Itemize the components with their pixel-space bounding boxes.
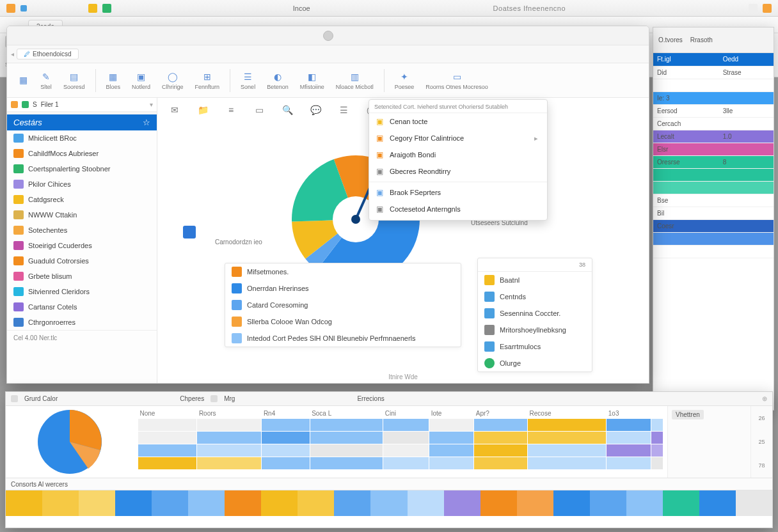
sidebar-item[interactable]: Catdgsreck xyxy=(7,192,157,207)
sheet-right-tab[interactable]: Vhettren xyxy=(672,410,704,419)
legend-item[interactable]: Catard Coresoming xyxy=(225,297,461,313)
sidebar-item[interactable]: Cartansr Cotels xyxy=(7,299,157,315)
cal-icon: ▣ xyxy=(374,133,385,143)
sidebar-item-label: Stoeirigd Ccuderdes xyxy=(28,242,92,249)
os-icon xyxy=(102,4,111,13)
chart-label: Carnodordzn ieo xyxy=(215,239,262,246)
legend-item[interactable]: Baatnl xyxy=(478,272,592,288)
sheet-tab[interactable]: Mrg xyxy=(224,395,235,402)
context-menu: Setencited Cort. Ivieherd stunret Ohorie… xyxy=(369,99,548,221)
menu-item[interactable]: ▣ Cenan tocte xyxy=(369,113,547,130)
folder-icon xyxy=(13,287,24,296)
os-icon xyxy=(6,4,15,13)
folder-icon[interactable]: 📁 xyxy=(194,102,211,118)
pie-chart xyxy=(35,407,105,477)
sidebar-category[interactable]: Cestárs ☆ xyxy=(7,114,157,130)
sheet-section-title: Consorts Al wercers xyxy=(11,481,68,488)
sidebar-item-label: Coertspnalerting Stoobner xyxy=(28,165,110,173)
bloes-button[interactable]: ▦Bloes xyxy=(102,69,125,92)
sidebar-item[interactable]: Guaduld Cotrorsies xyxy=(7,253,157,269)
back-button[interactable]: ▦ xyxy=(13,72,33,89)
sidebar-item[interactable]: Pkilor Cihices xyxy=(7,176,157,192)
menu-item[interactable]: ▣ Cegory Fttor Calintrioce▸ xyxy=(369,130,547,146)
sidebar-item[interactable]: NWWW Cttakin xyxy=(7,207,157,223)
betenon-button[interactable]: ◐Betenon xyxy=(263,69,292,92)
legend-item[interactable]: Olurge xyxy=(478,355,592,372)
legend-item[interactable]: Mifsetmones. xyxy=(225,263,461,280)
search-icon[interactable]: 🔍 xyxy=(279,102,296,118)
sidebar-footer: Cel 4.00 Ner.tlc xyxy=(7,330,157,345)
sidebar-item[interactable]: Stoeirigd Ccuderdes xyxy=(7,238,157,253)
folder-icon xyxy=(13,210,24,219)
menu-item[interactable]: ▣ Araigoth Bondi xyxy=(369,146,547,163)
sltel-button[interactable]: ✎Sltel xyxy=(36,69,56,92)
menu-item[interactable]: ▣ Braok FSeprters xyxy=(369,184,547,201)
swatch-icon xyxy=(232,317,242,327)
os-icon xyxy=(20,5,27,12)
sidebar-item-label: Pkilor Cihices xyxy=(28,180,71,188)
sidebar-item[interactable]: Mhiclicett BRoc xyxy=(7,130,157,146)
sidebar-item[interactable]: Sotechentes xyxy=(7,223,157,238)
folder-icon xyxy=(13,149,24,158)
legend-item[interactable]: Onerrdan Hrerinses xyxy=(225,280,461,297)
notlerd-button[interactable]: ▣Notlerd xyxy=(128,69,154,92)
os-icon xyxy=(749,4,758,13)
envelope-icon[interactable]: ✉ xyxy=(166,102,183,118)
window-title-right: Doatses Ifneenencno xyxy=(315,4,743,12)
swatch-icon xyxy=(232,333,242,343)
sonel-button[interactable]: ☰Sonel xyxy=(237,69,259,92)
menu-icon[interactable]: ☰ xyxy=(335,102,352,118)
clhririge-button[interactable]: ◯Clhririge xyxy=(158,69,187,92)
dialog-toolbar: ▦✎Sltel▤Sooresd▦Bloes▣Notlerd◯Clhririge⊞… xyxy=(7,63,649,98)
folder-icon xyxy=(13,256,24,265)
sidebar-item[interactable]: Coertspnalerting Stoobner xyxy=(7,161,157,176)
doc-icon[interactable]: ▭ xyxy=(251,102,267,118)
side-header-item: S xyxy=(33,101,37,108)
cal-icon xyxy=(484,292,495,302)
legend-item[interactable]: Sllerba Colooe Wan Odcog xyxy=(225,313,461,330)
dialog-breadcrumb-bar: ◂ 🖉 Ethoendoicsd xyxy=(7,45,649,63)
sheet-tab[interactable]: Chperes xyxy=(180,395,204,402)
main-dialog: ◂ 🖉 Ethoendoicsd ▦✎Sltel▤Sooresd▦Bloes▣N… xyxy=(6,26,649,384)
sidebar: S Filer 1 ▾ Cestárs ☆ Mhiclicett BRoc Ca… xyxy=(7,98,157,383)
legend-item[interactable]: Esarrtmulocs xyxy=(478,338,592,355)
menu-item[interactable]: ▣ Gbecres Reondtirry xyxy=(369,163,547,180)
sidebar-item[interactable]: Cthrgonroerres xyxy=(7,315,157,330)
sidebar-item[interactable]: Sitvienred Cleridors xyxy=(7,284,157,299)
folder-icon xyxy=(13,226,24,235)
os-icon xyxy=(763,4,772,13)
chat-icon[interactable]: 💬 xyxy=(307,102,324,118)
fennfturn-button[interactable]: ⊞Fennfturn xyxy=(191,69,224,92)
breadcrumb[interactable]: 🖉 Ethoendoicsd xyxy=(17,49,79,59)
sidebar-item[interactable]: Grbete blisum xyxy=(7,269,157,284)
tab-icon xyxy=(210,395,218,402)
sheet-title: Grurd Calor xyxy=(24,395,58,402)
grid-icon xyxy=(484,308,495,318)
sidebar-item-label: Cthrgonroerres xyxy=(28,318,75,326)
sidebar-item-label: Mhiclicett BRoc xyxy=(28,134,77,142)
dot-icon xyxy=(484,358,495,368)
poesee-button[interactable]: ✦Poesee xyxy=(391,69,418,92)
nloace-button[interactable]: ▥Nloace Micbotl xyxy=(332,69,377,92)
sidebar-item-label: Catdgsreck xyxy=(28,196,64,203)
menu-item[interactable]: ▣ Coctesetod Anterngnls xyxy=(369,201,547,217)
legend-item[interactable]: Sesennina Coccter. xyxy=(478,305,592,322)
canvas-footer: Itnire Wde xyxy=(388,373,418,380)
dialog-titlebar[interactable] xyxy=(7,26,649,45)
sheet-tab[interactable]: Errecions xyxy=(357,395,384,402)
canvas[interactable]: ✉📁≡▭🔍💬☰◯ Carnodordzn ieo Utseseers Sutcl… xyxy=(157,98,649,383)
workbook-icon xyxy=(11,101,18,108)
sooresd-button[interactable]: ▤Sooresd xyxy=(60,69,89,92)
legend-item[interactable]: Intedod Cort Pedes SlH ONl Bleunebiv Per… xyxy=(225,330,461,347)
legend-item[interactable]: Mritorshoeyllnebksng xyxy=(478,322,592,338)
sidebar-item[interactable]: CahildfMocs Aubrieser xyxy=(7,146,157,161)
sheet-icon xyxy=(11,395,18,402)
background-window: O.tvores Rrasoth Ft.iglOeddDidStraseIe: … xyxy=(653,27,774,411)
legend-item[interactable]: Centnds xyxy=(478,288,592,305)
bottom-sheet-window: Grurd Calor Chperes Mrg Errecions ⊕ None… xyxy=(5,391,773,528)
mfistoiine-button[interactable]: ◧Mfistoiine xyxy=(296,69,328,92)
roorns-button[interactable]: ▭Roorns Otnes Mocresoo xyxy=(422,69,492,92)
folder-icon xyxy=(13,302,24,311)
star-icon xyxy=(484,275,495,285)
align-icon[interactable]: ≡ xyxy=(223,102,239,118)
